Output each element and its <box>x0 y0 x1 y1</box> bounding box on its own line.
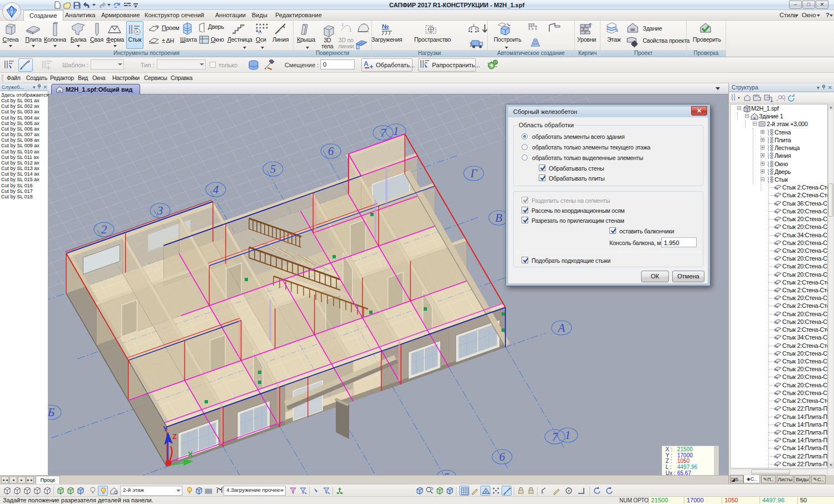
svg-text:1050: 1050 <box>677 458 690 464</box>
svg-text:4: 4 <box>213 183 219 196</box>
svg-text:5: 5 <box>270 162 276 176</box>
svg-text:Ux :: Ux : <box>666 470 676 475</box>
svg-text:1: 1 <box>393 124 399 138</box>
svg-text:L :: L : <box>666 464 672 470</box>
svg-text:1: 1 <box>341 22 344 27</box>
svg-text:2: 2 <box>101 223 107 236</box>
svg-text:6: 6 <box>499 450 505 463</box>
svg-text:3: 3 <box>157 204 163 217</box>
svg-text:65.67: 65.67 <box>677 470 691 475</box>
svg-text:Z :: Z : <box>666 458 672 464</box>
svg-text:4497.96: 4497.96 <box>677 464 698 470</box>
svg-text:6: 6 <box>328 144 334 158</box>
svg-text:А: А <box>557 321 565 335</box>
svg-text:Б: Б <box>48 406 54 419</box>
svg-text:№: № <box>382 23 389 29</box>
svg-text:Г: Г <box>470 167 478 180</box>
svg-text:1: 1 <box>565 428 571 442</box>
svg-text:X :: X : <box>666 446 672 452</box>
svg-text:1: 1 <box>349 28 352 33</box>
svg-text:5: 5 <box>444 471 450 475</box>
svg-text:А: А <box>364 60 369 68</box>
svg-text:21500: 21500 <box>677 446 693 452</box>
svg-text:X: X <box>188 450 193 458</box>
svg-text:Z: Z <box>172 432 177 441</box>
svg-text:Y: Y <box>163 425 168 433</box>
svg-text:В: В <box>495 211 503 224</box>
